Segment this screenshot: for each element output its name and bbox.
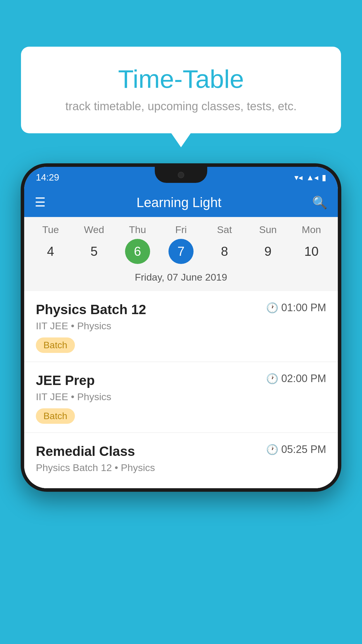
schedule-time: 🕐05:25 PM bbox=[266, 443, 326, 456]
app-bar: ☰ Learning Light 🔍 bbox=[24, 188, 338, 217]
clock-icon: 🕐 bbox=[266, 302, 278, 314]
day-label: Mon bbox=[302, 224, 321, 235]
schedule-subtitle: IIT JEE • Physics bbox=[36, 320, 326, 332]
day-label: Wed bbox=[84, 224, 104, 235]
time-text: 02:00 PM bbox=[281, 372, 326, 385]
day-number[interactable]: 5 bbox=[82, 239, 107, 264]
schedule-item-1[interactable]: JEE Prep🕐02:00 PMIIT JEE • PhysicsBatch bbox=[24, 362, 338, 433]
day-label: Thu bbox=[129, 224, 146, 235]
schedule-item-2[interactable]: Remedial Class🕐05:25 PMPhysics Batch 12 … bbox=[24, 433, 338, 488]
schedule-item-title: JEE Prep bbox=[36, 372, 95, 388]
day-number[interactable]: 4 bbox=[38, 239, 63, 264]
day-number[interactable]: 7 bbox=[168, 239, 194, 264]
speech-bubble-title: Time-Table bbox=[36, 64, 326, 94]
status-bar: 14:29 ▾◂ ▲◂ ▮ bbox=[24, 167, 338, 188]
day-col-fri[interactable]: Fri7 bbox=[164, 224, 198, 264]
day-number[interactable]: 9 bbox=[255, 239, 280, 264]
day-col-sun[interactable]: Sun9 bbox=[250, 224, 285, 264]
day-col-sat[interactable]: Sat8 bbox=[207, 224, 242, 264]
days-row: Tue4Wed5Thu6Fri7Sat8Sun9Mon10 bbox=[29, 224, 333, 264]
signal-icon: ▲◂ bbox=[306, 173, 318, 182]
schedule-item-title: Remedial Class bbox=[36, 443, 135, 459]
hamburger-icon[interactable]: ☰ bbox=[35, 196, 46, 209]
camera-dot bbox=[178, 172, 184, 178]
schedule-item-title: Physics Batch 12 bbox=[36, 302, 146, 317]
clock-icon: 🕐 bbox=[266, 444, 278, 455]
speech-bubble: Time-Table track timetable, upcoming cla… bbox=[21, 47, 341, 133]
calendar-strip: Tue4Wed5Thu6Fri7Sat8Sun9Mon10 Friday, 07… bbox=[24, 217, 338, 291]
day-label: Sun bbox=[259, 224, 277, 235]
time-text: 01:00 PM bbox=[281, 302, 326, 314]
wifi-icon: ▾◂ bbox=[294, 173, 303, 182]
clock-icon: 🕐 bbox=[266, 373, 278, 384]
day-col-mon[interactable]: Mon10 bbox=[294, 224, 329, 264]
day-label: Sat bbox=[217, 224, 232, 235]
day-col-thu[interactable]: Thu6 bbox=[120, 224, 155, 264]
app-bar-title: Learning Light bbox=[55, 195, 303, 210]
batch-badge: Batch bbox=[36, 337, 75, 353]
status-time: 14:29 bbox=[36, 172, 59, 183]
schedule-item-0[interactable]: Physics Batch 12🕐01:00 PMIIT JEE • Physi… bbox=[24, 291, 338, 362]
phone-notch bbox=[155, 167, 207, 183]
phone-mockup: 14:29 ▾◂ ▲◂ ▮ ☰ Learning Light 🔍 Tue4 bbox=[21, 163, 341, 492]
day-number[interactable]: 6 bbox=[125, 239, 150, 264]
schedule-item-header: JEE Prep🕐02:00 PM bbox=[36, 372, 326, 388]
schedule-subtitle: Physics Batch 12 • Physics bbox=[36, 462, 326, 473]
schedule-subtitle: IIT JEE • Physics bbox=[36, 391, 326, 402]
schedule-time: 🕐02:00 PM bbox=[266, 372, 326, 385]
schedule-time: 🕐01:00 PM bbox=[266, 302, 326, 314]
status-icons: ▾◂ ▲◂ ▮ bbox=[294, 173, 326, 182]
day-label: Fri bbox=[175, 224, 187, 235]
selected-date-label: Friday, 07 June 2019 bbox=[29, 269, 333, 288]
phone-inner: 14:29 ▾◂ ▲◂ ▮ ☰ Learning Light 🔍 Tue4 bbox=[24, 167, 338, 488]
day-col-wed[interactable]: Wed5 bbox=[77, 224, 112, 264]
schedule-item-header: Physics Batch 12🕐01:00 PM bbox=[36, 302, 326, 317]
phone-outer: 14:29 ▾◂ ▲◂ ▮ ☰ Learning Light 🔍 Tue4 bbox=[21, 163, 341, 492]
day-number[interactable]: 10 bbox=[299, 239, 324, 264]
day-label: Tue bbox=[42, 224, 59, 235]
time-text: 05:25 PM bbox=[281, 443, 326, 456]
day-number[interactable]: 8 bbox=[212, 239, 237, 264]
search-icon[interactable]: 🔍 bbox=[312, 195, 327, 210]
batch-badge: Batch bbox=[36, 408, 75, 424]
speech-bubble-subtitle: track timetable, upcoming classes, tests… bbox=[36, 100, 326, 113]
schedule-item-header: Remedial Class🕐05:25 PM bbox=[36, 443, 326, 459]
battery-icon: ▮ bbox=[322, 173, 326, 182]
day-col-tue[interactable]: Tue4 bbox=[33, 224, 68, 264]
schedule-list: Physics Batch 12🕐01:00 PMIIT JEE • Physi… bbox=[24, 291, 338, 488]
